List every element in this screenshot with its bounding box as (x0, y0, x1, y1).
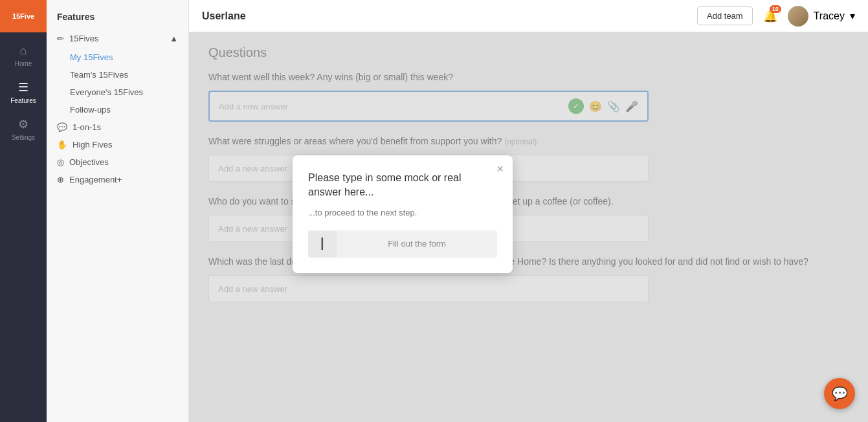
settings-icon: ⚙ (18, 117, 28, 131)
sidebar-section-15fives[interactable]: ✏ 15Fives ▲ (47, 28, 188, 49)
tooltip-close-button[interactable]: × (496, 163, 504, 175)
tooltip-subtitle: ...to proceed to the next step. (308, 208, 497, 217)
app-logo[interactable]: 15Five (0, 0, 47, 32)
nav-bar: 15Five ⌂ Home ☰ Features ⚙ Settings (0, 0, 47, 422)
features-icon: ☰ (18, 80, 28, 94)
sidebar-item-1on1s[interactable]: 💬 1-on-1s (47, 118, 188, 136)
sidebar-header: Features (47, 0, 188, 28)
sidebar-item-engagement[interactable]: ⊕ Engagement+ (47, 171, 188, 188)
chevron-up-icon: ▲ (170, 34, 178, 43)
tooltip-fill-form-button[interactable]: ┃ Fill out the form (308, 230, 497, 258)
sidebar-item-everyones15fives[interactable]: Everyone's 15Fives (47, 83, 188, 101)
user-name: Tracey (814, 10, 845, 22)
page-title: Userlane (202, 10, 246, 22)
cursor-icon: ┃ (308, 230, 337, 258)
1on1s-icon: 💬 (57, 122, 67, 132)
nav-item-home[interactable]: ⌂ Home (0, 38, 47, 74)
highfives-icon: ✋ (57, 140, 67, 150)
tooltip-popup: × Please type in some mock or real answe… (293, 155, 513, 273)
objectives-icon: ◎ (57, 157, 64, 167)
main-content: Questions What went well this week? Any … (189, 32, 868, 422)
sidebar-15fives-label: 15Fives (69, 34, 99, 43)
notification-button[interactable]: 🔔 10 (763, 9, 777, 23)
nav-items: ⌂ Home ☰ Features ⚙ Settings (0, 32, 47, 148)
sidebar-item-objectives[interactable]: ◎ Objectives (47, 153, 188, 171)
top-bar-right: Add team 🔔 10 Tracey ▾ (697, 6, 855, 27)
avatar (788, 6, 808, 27)
tooltip-btn-label: Fill out the form (337, 239, 497, 249)
engagement-icon: ⊕ (57, 175, 64, 184)
main-wrapper: Userlane Add team 🔔 10 Tracey ▾ Question… (189, 0, 868, 422)
sidebar-item-followups[interactable]: Follow-ups (47, 101, 188, 118)
nav-item-features-label: Features (10, 97, 36, 104)
logo-text: 15Five (12, 12, 34, 20)
nav-item-settings-label: Settings (12, 134, 35, 141)
sidebar-item-teams15fives[interactable]: Team's 15Fives (47, 66, 188, 83)
home-icon: ⌂ (20, 44, 27, 58)
avatar-image (788, 6, 808, 27)
tooltip-title: Please type in some mock or real answer … (308, 171, 497, 200)
add-team-button[interactable]: Add team (697, 6, 753, 25)
overlay (189, 32, 868, 422)
nav-item-features[interactable]: ☰ Features (0, 74, 47, 111)
edit-icon: ✏ (57, 34, 64, 43)
chat-button[interactable]: 💬 (824, 378, 855, 409)
sidebar-item-highfives[interactable]: ✋ High Fives (47, 136, 188, 153)
top-bar: Userlane Add team 🔔 10 Tracey ▾ (189, 0, 868, 32)
nav-item-settings[interactable]: ⚙ Settings (0, 111, 47, 148)
chevron-down-icon: ▾ (850, 10, 855, 22)
notification-badge: 10 (770, 5, 781, 13)
nav-item-home-label: Home (15, 60, 32, 67)
sidebar-item-my15fives[interactable]: My 15Fives (47, 49, 188, 66)
user-area[interactable]: Tracey ▾ (788, 6, 855, 27)
chat-icon: 💬 (832, 386, 848, 401)
sidebar: Features ✏ 15Fives ▲ My 15Fives Team's 1… (47, 0, 189, 422)
